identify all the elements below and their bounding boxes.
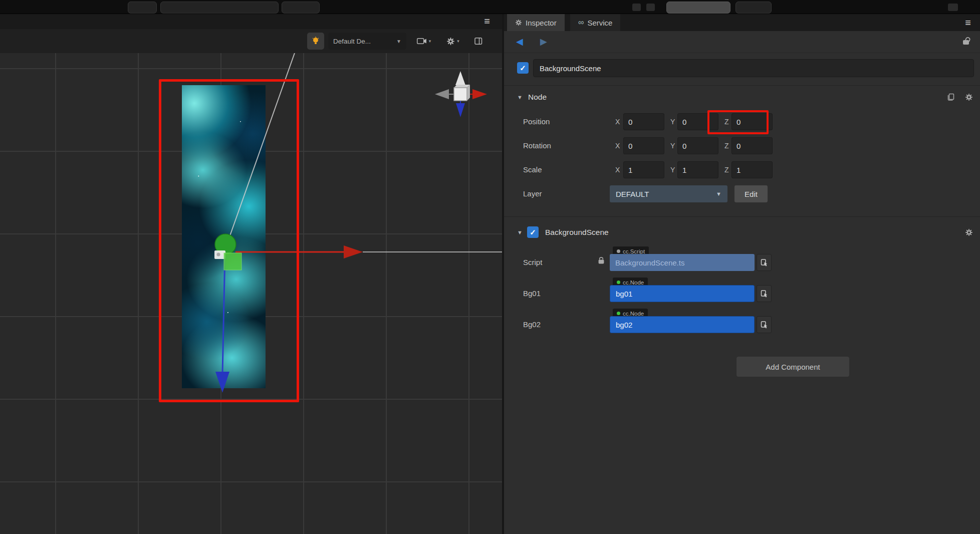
node-type-dot-icon xyxy=(617,281,620,284)
chevron-down-icon: ▾ xyxy=(429,39,431,44)
lock-icon xyxy=(599,259,604,263)
x-axis-arrow[interactable] xyxy=(344,245,363,258)
position-row: Position X Y Z xyxy=(504,113,980,130)
bg01-row: Bg01 cc.Node bg01 xyxy=(504,278,980,303)
script-label: Script xyxy=(523,254,542,271)
history-back-button[interactable]: ◀ xyxy=(516,36,523,47)
view-orientation-gizmo[interactable] xyxy=(435,71,487,117)
view-gizmo-left-arrow[interactable] xyxy=(435,89,449,99)
scene-menu-icon[interactable]: ≡ xyxy=(484,16,490,26)
axis-y-label: Y xyxy=(670,161,675,178)
light-direction-line xyxy=(226,53,295,245)
device-dropdown[interactable]: Default De... ▼ xyxy=(328,33,406,50)
position-y-input[interactable] xyxy=(677,113,718,130)
position-x-input[interactable] xyxy=(623,113,664,130)
scale-label: Scale xyxy=(523,161,542,178)
topbar-button-fragment[interactable] xyxy=(160,2,279,14)
scale-y-input[interactable] xyxy=(677,161,718,178)
main-toolbar xyxy=(0,0,980,14)
node-active-checkbox[interactable]: ✓ xyxy=(517,62,529,74)
unlock-icon[interactable] xyxy=(963,40,969,45)
collapse-triangle-icon[interactable]: ▼ xyxy=(517,94,523,100)
bg02-row: Bg02 cc.Node bg02 xyxy=(504,309,980,334)
bg01-node-reference-field[interactable]: bg01 xyxy=(610,285,755,302)
topbar-button-fragment[interactable] xyxy=(666,2,730,14)
bg01-label: Bg01 xyxy=(523,285,541,302)
component-settings-gear-icon[interactable] xyxy=(965,228,973,238)
rotation-y-input[interactable] xyxy=(677,137,718,154)
camera-icon xyxy=(417,38,427,45)
component-section-header[interactable]: ▼ ✓ BackgroundScene xyxy=(504,223,980,241)
bg02-locate-button[interactable] xyxy=(757,316,772,333)
script-row: Script cc.Script BackgroundScene.ts xyxy=(504,246,980,272)
bg02-label: Bg02 xyxy=(523,316,541,333)
layer-label: Layer xyxy=(523,185,542,202)
paste-component-icon[interactable] xyxy=(947,93,954,103)
node-settings-gear-icon[interactable] xyxy=(965,93,973,103)
plane-gizmo-handle[interactable] xyxy=(224,253,241,270)
locate-node-icon xyxy=(760,290,768,298)
topbar-button-fragment[interactable] xyxy=(736,2,772,14)
script-reference-value: BackgroundScene.ts xyxy=(615,258,684,267)
layer-dropdown[interactable]: DEFAULT ▼ xyxy=(610,185,727,202)
tab-inspector[interactable]: Inspector xyxy=(507,14,565,31)
layer-edit-button[interactable]: Edit xyxy=(734,185,768,202)
scene-layout-button[interactable] xyxy=(470,33,487,50)
collapse-triangle-icon[interactable]: ▼ xyxy=(517,229,523,235)
node-section-title: Node xyxy=(528,88,547,106)
topbar-button-fragment[interactable] xyxy=(282,2,320,14)
rotation-row: Rotation X Y Z xyxy=(504,137,980,154)
component-enabled-checkbox[interactable]: ✓ xyxy=(527,226,539,238)
topbar-button-fragment[interactable] xyxy=(128,2,157,14)
bg02-node-reference-field[interactable]: bg02 xyxy=(610,316,755,333)
script-locate-button[interactable] xyxy=(757,254,772,271)
tab-service[interactable]: ∞ Service xyxy=(570,14,620,31)
rotation-z-input[interactable] xyxy=(731,137,773,154)
scene-panel-header: ≡ xyxy=(0,14,502,29)
gizmo-overlay xyxy=(0,53,502,534)
node-section-header[interactable]: ▼ Node xyxy=(504,88,980,106)
scale-x-input[interactable] xyxy=(623,161,664,178)
scene-camera-button[interactable]: ▾ xyxy=(412,33,435,50)
split-view-icon xyxy=(474,37,482,45)
rotation-label: Rotation xyxy=(523,137,551,154)
scene-light-button[interactable] xyxy=(307,33,324,50)
topbar-icon-fragment[interactable] xyxy=(646,4,655,11)
view-gizmo-down-arrow[interactable] xyxy=(456,103,465,117)
bg01-locate-button[interactable] xyxy=(757,285,772,302)
y-axis-line[interactable] xyxy=(222,253,225,374)
chevron-down-icon: ▾ xyxy=(457,39,459,44)
script-reference-field[interactable]: BackgroundScene.ts xyxy=(610,254,755,271)
tab-service-label: Service xyxy=(587,19,612,27)
topbar-icon-fragment[interactable] xyxy=(632,4,641,11)
axis-z-label: Z xyxy=(724,161,729,178)
scene-toolbar: Default De... ▼ ▾ xyxy=(0,29,502,53)
topbar-icon-fragment[interactable] xyxy=(948,4,958,11)
inspector-menu-icon[interactable]: ≡ xyxy=(965,18,971,28)
scale-z-input[interactable] xyxy=(731,161,773,178)
component-title: BackgroundScene xyxy=(545,223,609,241)
axis-x-label: X xyxy=(615,161,620,178)
position-label: Position xyxy=(523,113,550,130)
inspector-tabbar: Inspector ∞ Service ≡ xyxy=(504,14,980,31)
view-gizmo-cube[interactable] xyxy=(454,88,467,101)
position-z-input[interactable] xyxy=(731,113,773,130)
history-forward-button[interactable]: ▶ xyxy=(540,36,547,47)
bg02-node-reference-value: bg02 xyxy=(616,321,632,329)
y-axis-arrow[interactable] xyxy=(215,372,229,393)
divider xyxy=(504,216,980,217)
scene-panel: ≡ Default De... ▼ xyxy=(0,14,502,534)
scene-viewport[interactable] xyxy=(0,53,502,534)
check-icon: ✓ xyxy=(530,228,536,237)
gear-icon xyxy=(515,19,522,26)
node-name-input[interactable] xyxy=(533,59,974,77)
locate-node-icon xyxy=(760,321,768,329)
rotation-x-input[interactable] xyxy=(623,137,664,154)
inspector-navrow: ◀ ▶ xyxy=(504,31,980,53)
view-gizmo-right-arrow[interactable] xyxy=(472,89,487,99)
add-component-button[interactable]: Add Component xyxy=(737,357,849,377)
view-gizmo-up-arrow[interactable] xyxy=(455,71,465,85)
light-bulb-icon xyxy=(312,37,320,46)
scene-gizmo-settings-button[interactable]: ▾ xyxy=(441,33,464,50)
axis-z-label: Z xyxy=(724,113,729,130)
